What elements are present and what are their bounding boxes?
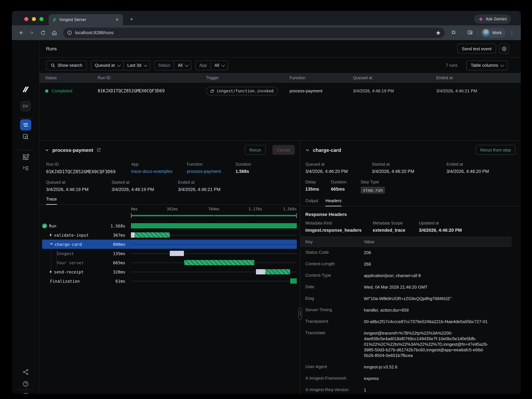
header-row: EtagW/"10a-W8k9rUOR+zZG9xQQp8hg7694N1E": [300, 293, 521, 304]
field-started: 3/4/2026, 4:46:19 PM: [112, 187, 178, 192]
step-started: 3/4/2026, 4:46:20 PM: [372, 169, 446, 174]
header-row: User-Agentinngest-js:v3.52.6: [300, 361, 521, 373]
tab-output[interactable]: Output: [305, 198, 318, 206]
page-title: Runs: [46, 46, 57, 51]
trace-row-run[interactable]: Run1.568s: [42, 221, 297, 230]
trace-step-name: Inngest: [57, 251, 74, 256]
header-key: X-Inngest-Framework: [300, 376, 364, 381]
field-run-id: 01KJXD1TQCZ852GMEX0CQF3D69: [46, 169, 131, 174]
collapse-chevron-icon[interactable]: [305, 148, 310, 152]
field-label: Metadata Scope: [373, 221, 419, 226]
site-info-icon[interactable]: [67, 30, 72, 35]
settings-button[interactable]: [499, 44, 509, 54]
sidebar-item-events[interactable]: [22, 133, 29, 140]
reload-icon[interactable]: [38, 28, 48, 38]
queued-at-filter[interactable]: Queued at Last 3d: [91, 60, 150, 70]
dev-tools-button[interactable]: [19, 393, 32, 394]
trace-row-validate-input[interactable]: validate-input367ms: [42, 230, 297, 239]
app-filter[interactable]: App All: [196, 60, 228, 70]
trace-step-name: Run: [49, 223, 57, 228]
sidebar-item-runs[interactable]: [20, 119, 31, 130]
runs-table-header: Status Run ID Trigger Function Queued at…: [39, 73, 521, 83]
trace-row-finalization[interactable]: Finalization61ms: [42, 276, 297, 286]
axis-tick-label: 1.568s: [283, 207, 297, 211]
extensions-icon[interactable]: [449, 28, 459, 38]
table-columns-label: Table columns: [471, 63, 498, 68]
inngest-favicon-icon: [52, 17, 57, 22]
header-key: Date: [300, 284, 364, 290]
chevron-down-icon: [117, 63, 121, 67]
inngest-logo-icon: [21, 85, 30, 94]
axis-tick-label: 1.176s: [248, 207, 262, 211]
home-icon[interactable]: [49, 28, 59, 38]
expand-caret-icon[interactable]: [50, 243, 53, 245]
table-columns-button[interactable]: Table columns: [466, 60, 508, 70]
browser-window: Inngest Server ✕ + Ask Gemini localhost:…: [12, 11, 521, 394]
tab-headers[interactable]: Headers: [325, 198, 342, 206]
header-key: Content-Type: [300, 273, 364, 278]
bookmark-star-icon[interactable]: [436, 30, 441, 35]
field-label: Updated at: [419, 221, 462, 226]
trigger-pill[interactable]: inngest/function.invoked: [206, 87, 278, 95]
col-run-id: Run ID: [98, 76, 206, 80]
field-duration: 1.568s: [235, 169, 251, 174]
workspace-badge[interactable]: DV: [20, 101, 31, 111]
sidebar-item-functions[interactable]: [22, 165, 29, 172]
field-label: Duration: [331, 180, 361, 184]
filter-bar: Show search Queued at Last 3d Status All…: [39, 57, 521, 73]
collapse-chevron-icon[interactable]: [45, 148, 49, 152]
url-bar[interactable]: localhost:8288/runs: [63, 27, 445, 38]
field-label: Queued at: [305, 162, 372, 167]
run-status: Completed: [52, 88, 72, 93]
status-filter[interactable]: Status All: [154, 60, 191, 70]
col-status: Status: [45, 76, 98, 80]
browser-menu-icon[interactable]: ⋮: [507, 28, 517, 38]
minimize-window-button[interactable]: [32, 17, 36, 21]
queued-at-label: Queued at: [95, 63, 115, 68]
rerun-button[interactable]: Rerun: [245, 145, 266, 155]
trace-step-bar-area: [131, 269, 297, 274]
app-filter-label: App: [196, 61, 210, 70]
side-panel-search-icon[interactable]: [465, 28, 475, 38]
field-label: Ended at: [178, 180, 221, 185]
cancel-button[interactable]: Cancel: [272, 145, 295, 155]
maximize-window-button[interactable]: [39, 17, 44, 21]
browser-tab[interactable]: Inngest Server ✕: [49, 14, 123, 25]
function-link[interactable]: process-payment: [187, 169, 235, 174]
header-value: application/json; charset=utf-8: [364, 273, 421, 278]
help-icon[interactable]: [22, 381, 29, 387]
value-header: Value: [364, 239, 374, 244]
trace-row-send-receipt[interactable]: send-receipt328ms: [42, 267, 297, 276]
header-value: 00-a8bc2f17c4ccce87cc7376e5246a221b-f4ae…: [364, 319, 488, 324]
rerun-from-step-button[interactable]: Rerun from step: [476, 145, 516, 155]
app-link[interactable]: trace-docs-examples: [131, 169, 187, 174]
external-link-icon[interactable]: [96, 147, 101, 152]
trace-row-your-server[interactable]: Your server665ms: [42, 258, 297, 267]
table-row[interactable]: Completed 01KJXD1TQCZ852GMEX0CQF3D69 inn…: [39, 83, 521, 99]
send-test-event-button[interactable]: Send test event: [457, 44, 496, 54]
show-search-button[interactable]: Show search: [46, 60, 87, 70]
timeline-minimap[interactable]: [131, 213, 297, 218]
close-window-button[interactable]: [24, 17, 28, 21]
header-value: inngest-js:v3.52.6: [364, 364, 398, 370]
header-row: Content-Length266: [300, 258, 521, 270]
col-queued-at: Queued at: [353, 76, 436, 80]
trace-row-inngest[interactable]: Inngest135ms: [42, 249, 297, 258]
status-filter-label: Status: [154, 61, 174, 70]
window-controls[interactable]: [24, 17, 44, 21]
ask-gemini-button[interactable]: Ask Gemini: [474, 14, 511, 24]
field-label: Step Type: [361, 180, 385, 184]
share-icon[interactable]: [22, 369, 29, 375]
tab-close-icon[interactable]: ✕: [114, 18, 120, 22]
header-row: X-Inngest-Req-Version1: [300, 384, 521, 394]
tab-trace[interactable]: Trace: [46, 196, 57, 204]
sidebar-item-apps[interactable]: [22, 153, 29, 161]
forward-icon[interactable]: [27, 28, 37, 38]
profile-chip[interactable]: Work: [481, 28, 506, 38]
new-tab-button[interactable]: +: [128, 15, 136, 23]
header-row: Status Code206: [300, 247, 521, 258]
back-icon[interactable]: [16, 28, 26, 38]
trace-row-charge-card[interactable]: charge-card800ms: [42, 239, 297, 249]
axis-tick-label: 0ms: [131, 207, 138, 211]
run-panel-title: process-payment: [52, 147, 93, 153]
